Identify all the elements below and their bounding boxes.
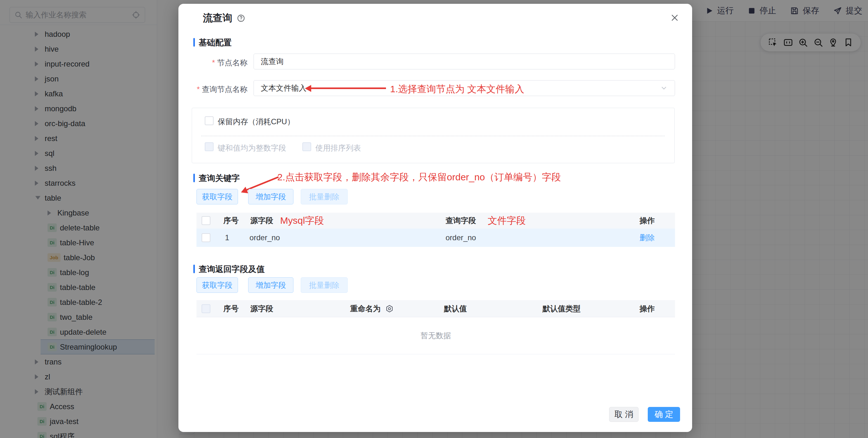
annotation-1: 1.选择查询节点为 文本文件输入	[390, 83, 524, 96]
options-divider	[201, 136, 664, 136]
node-name-input[interactable]	[253, 54, 675, 69]
int-kv-label: 键和值均为整数字段	[218, 143, 286, 153]
confirm-button[interactable]: 确 定	[648, 407, 680, 422]
get-fields-button-2[interactable]: 获取字段	[196, 277, 238, 293]
select-all-checkbox[interactable]	[202, 216, 210, 225]
section-bar	[193, 174, 195, 182]
sorted-list-label: 使用排序列表	[315, 143, 361, 153]
returns-table-header: 序号 源字段 重命名为 默认值 默认值类型 操作	[196, 300, 675, 317]
int-kv-checkbox[interactable]	[205, 142, 214, 151]
sorted-list-checkbox[interactable]	[302, 142, 311, 151]
batch-delete-button[interactable]: 批量删除	[301, 189, 348, 205]
keep-memory-checkbox[interactable]	[205, 116, 214, 125]
query-keys-heading: 查询关键字	[199, 174, 240, 183]
section-bar	[193, 38, 195, 46]
close-icon[interactable]	[670, 13, 679, 22]
keys-table-header: 序号 源字段 Mysql字段 查询字段 文件字段 操作	[196, 213, 675, 229]
get-fields-button[interactable]: 获取字段	[196, 189, 238, 205]
add-field-button-2[interactable]: 增加字段	[248, 277, 293, 293]
cancel-button[interactable]: 取 消	[609, 407, 639, 422]
batch-delete-button-2[interactable]: 批量删除	[301, 277, 348, 293]
annotation-arrow-1	[310, 88, 386, 89]
select-all-checkbox-2[interactable]	[202, 304, 210, 313]
source-note: Mysql字段	[280, 214, 324, 227]
add-field-button[interactable]: 增加字段	[248, 189, 293, 205]
section-bar	[193, 264, 195, 273]
delete-row-link[interactable]: 删除	[640, 232, 655, 243]
keys-table-row[interactable]: 1 order_no order_no 删除	[196, 228, 675, 247]
row-checkbox[interactable]	[202, 233, 210, 242]
empty-text: 暂无数据	[421, 331, 451, 341]
returns-table-empty: 暂无数据	[196, 317, 675, 354]
query-node-value: 文本文件输入	[261, 83, 306, 93]
node-name-label: 节点名称	[178, 58, 248, 68]
annotation-2: 2.点击获取字段，删除其余字段，只保留order_no（订单编号）字段	[277, 171, 561, 184]
stream-lookup-dialog: 流查询 基础配置 节点名称 查询节点名称 文本文件输入 1.选择查询节点为 文本…	[178, 4, 692, 432]
chevron-down-icon	[660, 84, 668, 92]
query-node-label: 查询节点名称	[178, 84, 248, 94]
help-icon[interactable]	[237, 14, 245, 23]
return-fields-heading: 查询返回字段及值	[199, 264, 265, 274]
settings-icon[interactable]	[385, 305, 394, 313]
query-note: 文件字段	[488, 214, 526, 227]
dialog-title: 流查询	[203, 11, 232, 25]
basic-config-heading: 基础配置	[199, 38, 231, 47]
keep-memory-label: 保留内存（消耗CPU）	[218, 117, 295, 127]
